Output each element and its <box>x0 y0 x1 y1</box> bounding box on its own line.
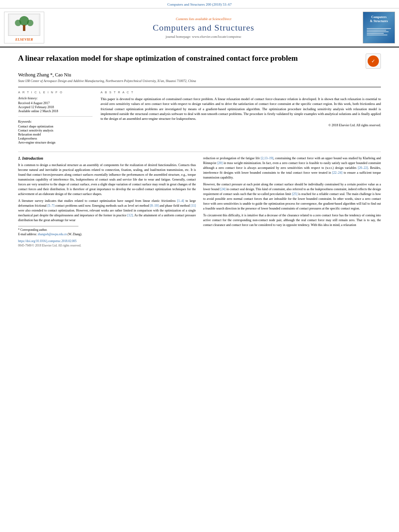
email-label: E-mail address: <box>18 232 37 236</box>
article-history: Article history: Received 4 August 2017 … <box>18 97 93 113</box>
available-date: Available online 2 March 2018 <box>18 109 93 113</box>
journal-header: ELSEVIER Contents lists available at Sci… <box>0 8 399 47</box>
footnote-email: E-mail address: zhangwh@nwpu.edu.cn (W. … <box>18 232 196 236</box>
doi-text: https://doi.org/10.1016/j.compstruc.2018… <box>18 239 76 243</box>
authors-line: Weihong Zhang *, Cao Niu <box>18 72 381 78</box>
cover-decoration <box>367 24 391 40</box>
article-info-abstract-section: A R T I C L E I N F O Article history: R… <box>18 87 381 148</box>
footer-copyright: 0045-7949/© 2018 Elsevier Ltd. All right… <box>18 244 196 247</box>
sciencedirect-label: Contents lists available at ScienceDirec… <box>48 17 359 21</box>
intro-para1: It is common to design a mechanical stru… <box>18 163 196 197</box>
footnote-corresponding: * Corresponding author. <box>18 228 196 232</box>
article-title-row: A linear relaxation model for shape opti… <box>18 53 381 69</box>
check-badge: ✓ <box>366 53 381 69</box>
keyword-1: Contact shape optimization <box>18 125 93 128</box>
email-address[interactable]: zhangwh@nwpu.edu.cn <box>38 232 67 236</box>
ref-20-22[interactable]: [20–22] <box>358 166 368 170</box>
keywords-label: Keywords: <box>18 120 93 123</box>
ref-2-13-19[interactable]: [2,13–19] <box>261 156 273 160</box>
elsevier-brand-text: ELSEVIER <box>15 37 33 41</box>
article-info-heading: A R T I C L E I N F O <box>18 90 93 94</box>
right-para1: reduction or prolongation of the fatigue… <box>203 156 381 180</box>
ref-25[interactable]: [25] <box>292 192 297 196</box>
body-left-col: 1. Introduction It is common to design a… <box>18 156 196 247</box>
journal-volume-ref: Computers and Structures 200 (2018) 53–6… <box>167 2 232 6</box>
body-divider <box>18 152 381 152</box>
journal-center: Contents lists available at ScienceDirec… <box>48 12 359 43</box>
affiliation: State IJR Center of Aerospace Design and… <box>18 79 381 83</box>
ref-5-7[interactable]: [5–7] <box>47 204 54 207</box>
section-title-text: Introduction <box>22 156 43 160</box>
received-date: Received 4 August 2017 <box>18 101 93 105</box>
check-for-updates-icon: ✓ <box>368 55 379 67</box>
abstract-heading: A B S T R A C T <box>101 90 381 94</box>
article-info-col: A R T I C L E I N F O Article history: R… <box>18 90 93 148</box>
footnote-divider <box>18 226 78 226</box>
body-right-col: reduction or prolongation of the fatigue… <box>203 156 381 247</box>
page: Computers and Structures 200 (2018) 53–6… <box>0 0 399 532</box>
svg-point-4 <box>27 20 33 26</box>
email-suffix: (W. Zhang). <box>68 232 82 236</box>
cover-title-text: Computers& Structures <box>370 15 388 23</box>
right-para3: To circumvent this difficulty, it is int… <box>203 213 381 228</box>
journal-homepage: journal homepage: www.elsevier.com/locat… <box>48 35 359 39</box>
history-label: Article history: <box>18 97 93 100</box>
ref-8-10[interactable]: [8–10] <box>150 204 158 207</box>
journal-cover-image: Computers& Structures <box>363 12 395 43</box>
keyword-4: Leakproofness <box>18 137 93 140</box>
keyword-5: Aero-engine structure design <box>18 141 93 144</box>
paper-content: A linear relaxation model for shape opti… <box>0 47 399 251</box>
authors-text: Weihong Zhang *, Cao Niu <box>18 72 71 78</box>
elsevier-logo-image <box>8 14 40 36</box>
abstract-col: A B S T R A C T This paper is devoted to… <box>101 90 381 148</box>
journal-title: Computers and Structures <box>48 23 359 33</box>
divider-after-history <box>18 116 93 117</box>
ref-24[interactable]: [24] <box>220 187 225 191</box>
copyright-line: © 2018 Elsevier Ltd. All rights reserved… <box>101 123 381 127</box>
accepted-date: Accepted 12 February 2018 <box>18 105 93 109</box>
intro-para2: A literature survey indicates that studi… <box>18 199 196 223</box>
top-journal-bar: Computers and Structures 200 (2018) 53–6… <box>0 0 399 8</box>
right-para2: However, the contact pressure at each po… <box>203 182 381 211</box>
article-title: A linear relaxation model for shape opti… <box>18 53 362 64</box>
ref-11[interactable]: [11] <box>191 204 196 207</box>
ref-22-24[interactable]: [22–24] <box>332 171 342 175</box>
elsevier-logo: ELSEVIER <box>4 12 44 43</box>
keywords-section: Keywords: Contact shape optimization Con… <box>18 120 93 144</box>
keyword-2: Contact sensitivity analysis <box>18 129 93 132</box>
svg-point-3 <box>15 20 21 26</box>
doi-link[interactable]: https://doi.org/10.1016/j.compstruc.2018… <box>18 239 196 243</box>
sciencedirect-link[interactable]: ScienceDirect <box>212 17 231 21</box>
section-number: 1. <box>18 156 21 160</box>
svg-rect-2 <box>23 25 25 31</box>
body-content: 1. Introduction It is common to design a… <box>18 156 381 247</box>
ref-12[interactable]: [12] <box>128 214 133 217</box>
keyword-3: Relaxation model <box>18 133 93 136</box>
ref-1-4[interactable]: [1–4] <box>177 199 184 203</box>
intro-heading: 1. Introduction <box>18 156 196 160</box>
abstract-text: This paper is devoted to shape optimizat… <box>101 97 381 121</box>
ref-20[interactable]: [20] <box>217 161 222 165</box>
